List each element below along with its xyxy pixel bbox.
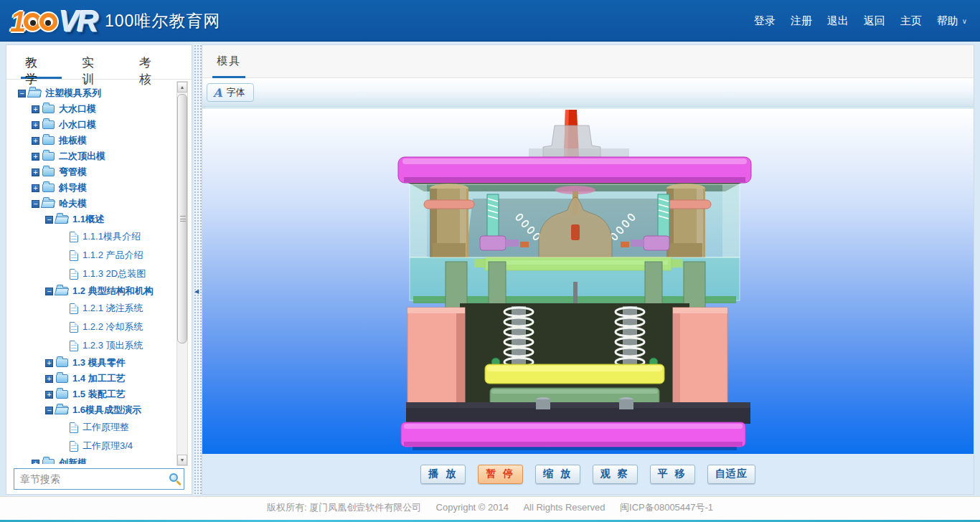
expand-toggle-icon[interactable]: +	[32, 169, 39, 176]
tree-item[interactable]: − 注塑模具系列	[6, 85, 192, 101]
tab-assessment[interactable]: 考 核	[135, 45, 176, 79]
rights-reserved: All Rights Reserved	[523, 497, 605, 518]
tree-item[interactable]: 1.2.2 冷却系统	[6, 318, 192, 336]
viewer-controls: 播 放 暂 停 缩 放 观 察 平 移 自适应	[202, 454, 974, 494]
document-icon	[70, 322, 78, 333]
tree-scrollbar[interactable]: ▲ ▼	[176, 81, 188, 466]
observe-button[interactable]: 观 察	[593, 465, 638, 484]
tree-item[interactable]: + 大水口模	[6, 101, 192, 117]
collapse-toggle-icon[interactable]: −	[18, 90, 26, 98]
folder-icon	[42, 105, 55, 113]
tab-mold[interactable]: 模具	[212, 45, 245, 78]
viewer-toolbar: A 字体	[202, 78, 974, 107]
tree-item-label: 1.4 加工工艺	[72, 372, 126, 385]
folder-icon	[42, 168, 55, 176]
register-link[interactable]: 注册	[791, 14, 812, 28]
tree-item-label: 1.3 模具零件	[72, 356, 126, 369]
pan-button[interactable]: 平 移	[650, 465, 695, 484]
tree-item-label: 1.2.1 浇注系统	[83, 302, 143, 315]
folder-icon	[42, 184, 55, 192]
tree-item-label: 工作原理整	[83, 421, 129, 434]
tree-item[interactable]: + 小水口模	[6, 117, 192, 133]
expand-toggle-icon[interactable]: +	[32, 121, 39, 129]
tree-item[interactable]: − 哈夫模	[6, 196, 192, 212]
search-input[interactable]	[14, 468, 184, 490]
expand-toggle-icon[interactable]: +	[45, 375, 53, 383]
content-tabstrip: 模具	[202, 45, 974, 78]
tree-item[interactable]: + 斜导模	[6, 180, 192, 196]
logo: 1 VR	[10, 6, 97, 37]
autofit-button[interactable]: 自适应	[707, 465, 755, 484]
collapse-toggle-icon[interactable]: −	[45, 407, 53, 414]
tree-item[interactable]: − 1.1概述	[6, 212, 192, 227]
help-link[interactable]: 帮助	[937, 14, 958, 28]
tree-item-selected[interactable]: 工作原理整	[6, 418, 192, 437]
up-arrow-icon: ▲	[180, 85, 185, 90]
scroll-up-button[interactable]: ▲	[177, 82, 187, 92]
3d-viewport[interactable]	[202, 108, 974, 455]
mold-3d-model[interactable]	[388, 110, 768, 452]
expand-toggle-icon[interactable]: +	[45, 391, 53, 399]
zoom-button[interactable]: 缩 放	[535, 465, 580, 484]
panel-splitter[interactable]: ◀	[194, 44, 202, 495]
expand-toggle-icon[interactable]: +	[32, 137, 39, 145]
expand-toggle-icon[interactable]: +	[32, 184, 39, 192]
tree-item[interactable]: + 二次顶出模	[6, 148, 192, 164]
collapse-toggle-icon[interactable]: −	[32, 200, 39, 208]
open-folder-icon	[29, 89, 41, 98]
expand-toggle-icon[interactable]: +	[32, 105, 39, 113]
tree-item[interactable]: 工作原理3/4	[6, 437, 192, 455]
tree-item-label: 注塑模具系列	[45, 87, 101, 100]
chevron-down-icon[interactable]: ∨	[962, 17, 967, 25]
tree-item[interactable]: + 弯管模	[6, 164, 192, 180]
tree-item-label: 工作原理3/4	[83, 440, 133, 452]
document-icon	[70, 422, 78, 433]
tree-item[interactable]: + 1.3 模具零件	[6, 355, 192, 371]
collapse-toggle-icon[interactable]: −	[45, 216, 53, 224]
tree-item[interactable]: − 1.2 典型结构和机构	[6, 283, 192, 299]
tree-item[interactable]: − 1.6模具成型演示	[6, 402, 192, 418]
tree-item[interactable]: 1.1.2 产品介绍	[6, 246, 192, 265]
folder-icon	[42, 120, 55, 129]
tree-item-label: 哈夫模	[59, 197, 87, 210]
tab-teaching[interactable]: 教 学	[21, 45, 62, 79]
expand-toggle-icon[interactable]: +	[32, 153, 39, 161]
folder-icon	[56, 374, 68, 383]
bottom-clamp-plate	[401, 422, 745, 447]
tree-item[interactable]: + 1.5 装配工艺	[6, 386, 192, 402]
main-panel: 模具 A 字体	[202, 44, 974, 495]
expand-toggle-icon[interactable]: +	[32, 460, 39, 465]
collapse-arrow-icon[interactable]: ◀	[194, 288, 199, 295]
tree-item[interactable]: 1.1.1模具介绍	[6, 227, 192, 246]
home-link[interactable]: 主页	[900, 14, 922, 28]
tree-item[interactable]: + 推板模	[6, 133, 192, 148]
tree-item[interactable]: + 1.4 加工工艺	[6, 371, 192, 386]
expand-toggle-icon[interactable]: +	[45, 359, 53, 367]
collapse-toggle-icon[interactable]: −	[45, 288, 53, 295]
scrollbar-thumb[interactable]	[177, 94, 187, 343]
tree-item-label: 二次顶出模	[59, 150, 105, 163]
tree-item[interactable]: + 创新模	[6, 455, 192, 464]
play-button[interactable]: 播 放	[420, 465, 466, 484]
back-link[interactable]: 返回	[864, 14, 885, 28]
pause-button[interactable]: 暂 停	[478, 465, 523, 484]
folder-icon	[56, 359, 68, 367]
tree-item[interactable]: 1.2.1 浇注系统	[6, 299, 192, 318]
tree-item[interactable]: 1.1.3 2D总装图	[6, 265, 192, 283]
tab-training[interactable]: 实 训	[77, 45, 118, 79]
open-folder-icon	[56, 215, 68, 224]
tree-item-label: 1.2.2 冷却系统	[83, 321, 143, 333]
tree-item[interactable]: 1.2.3 顶出系统	[6, 336, 192, 355]
search-icon[interactable]	[169, 473, 178, 482]
course-tree: − 注塑模具系列 + 大水口模 + 小水口模 + 推板模 +	[6, 80, 192, 464]
tree-item-label: 1.5 装配工艺	[72, 388, 126, 401]
font-button[interactable]: A 字体	[207, 83, 254, 102]
scroll-down-button[interactable]: ▼	[177, 455, 187, 465]
tree-item-label: 1.1.3 2D总装图	[83, 267, 146, 280]
tree-item-label: 1.2 典型结构和机构	[72, 285, 154, 298]
scrollbar-grip-icon	[180, 216, 186, 222]
down-arrow-icon: ▼	[180, 457, 185, 462]
login-link[interactable]: 登录	[754, 14, 776, 28]
open-folder-icon	[56, 287, 68, 295]
logout-link[interactable]: 退出	[827, 14, 849, 28]
